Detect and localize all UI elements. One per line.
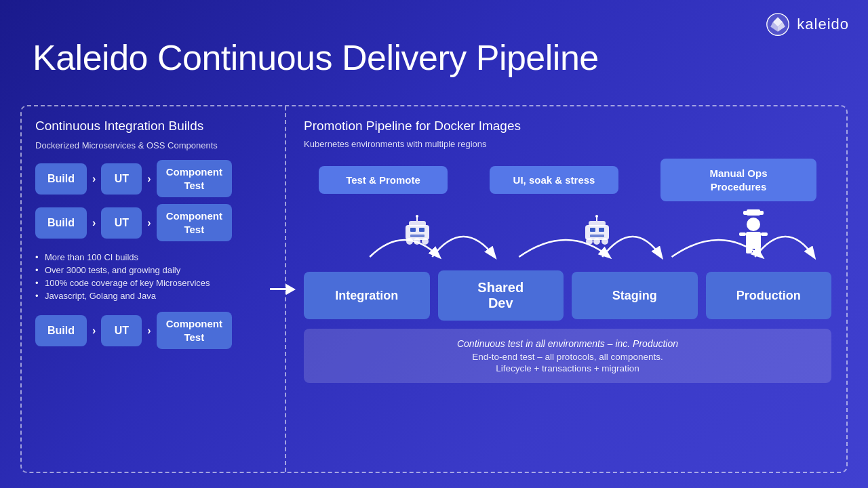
ut-button-1[interactable]: UT — [101, 163, 142, 195]
bullet-item-4: Javascript, Golang and Java — [35, 289, 271, 302]
ut-button-3[interactable]: UT — [101, 315, 142, 346]
ci-panel-title: Continuous Integration Builds — [35, 119, 271, 134]
robots-area — [304, 209, 831, 264]
integration-env-button[interactable]: Integration — [304, 272, 430, 319]
promo-panel: Promotion Pipeline for Docker Images Kub… — [289, 106, 846, 472]
info-line-3: Lifecycle + transactions + migration — [316, 363, 819, 373]
arrow-icon-3: › — [92, 217, 96, 229]
curve-arrows-svg — [304, 209, 831, 264]
main-content-area: Continuous Integration Builds Dockerized… — [20, 105, 848, 473]
main-arrow — [270, 284, 296, 295]
staging-env-button[interactable]: Staging — [572, 272, 698, 319]
component-test-button-3[interactable]: ComponentTest — [157, 312, 232, 349]
bullet-item-3: 100% code coverage of key Microservices — [35, 277, 271, 289]
continuous-test-info-box: Continuous test in all environments – in… — [304, 329, 831, 383]
page-title: Kaleido Continuous Delivery Pipeline — [33, 37, 599, 78]
bullet-list: More than 100 CI builds Over 3000 tests,… — [35, 251, 271, 302]
component-test-button-2[interactable]: ComponentTest — [157, 204, 232, 241]
manual-ops-button[interactable]: Manual OpsProcedures — [660, 159, 816, 201]
arrow-icon-1: › — [92, 173, 96, 185]
env-buttons-row: Integration SharedDev Staging Production — [304, 270, 831, 321]
header: kaleido — [766, 12, 849, 37]
build-row-2: Build › UT › ComponentTest — [35, 204, 271, 241]
promo-panel-subtitle: Kubernetes environments with multiple re… — [304, 139, 831, 149]
kaleido-logo-icon — [766, 12, 790, 37]
arrow-icon-4: › — [147, 217, 151, 229]
arrow-icon-2: › — [147, 173, 151, 185]
build-button-3[interactable]: Build — [35, 315, 87, 346]
bullet-item-2: Over 3000 tests, and growing daily — [35, 264, 271, 277]
ci-panel: Continuous Integration Builds Dockerized… — [22, 106, 286, 472]
build-button-2[interactable]: Build — [35, 207, 87, 239]
component-test-button-1[interactable]: ComponentTest — [157, 160, 232, 197]
ci-panel-subtitle: Dockerized Microservices & OSS Component… — [35, 140, 271, 150]
action-buttons-row: Test & Promote UI, soak & stress Manual … — [304, 159, 831, 201]
arrow-icon-6: › — [147, 325, 151, 337]
info-line-2: End-to-end test – all protocols, all com… — [316, 352, 819, 362]
info-line-1: Continuous test in all environments – in… — [316, 338, 819, 349]
arrow-icon-5: › — [92, 325, 96, 337]
promo-panel-title: Promotion Pipeline for Docker Images — [304, 119, 831, 134]
ui-soak-stress-button[interactable]: UI, soak & stress — [490, 166, 618, 194]
brand-name: kaleido — [797, 16, 849, 33]
shared-dev-env-button[interactable]: SharedDev — [438, 270, 564, 321]
ut-button-2[interactable]: UT — [101, 207, 142, 239]
build-button-1[interactable]: Build — [35, 163, 87, 195]
build-row-1: Build › UT › ComponentTest — [35, 160, 271, 197]
build-row-3: Build › UT › ComponentTest — [35, 312, 271, 349]
test-promote-button[interactable]: Test & Promote — [319, 166, 448, 194]
bullet-item-1: More than 100 CI builds — [35, 251, 271, 264]
production-env-button[interactable]: Production — [706, 272, 832, 319]
